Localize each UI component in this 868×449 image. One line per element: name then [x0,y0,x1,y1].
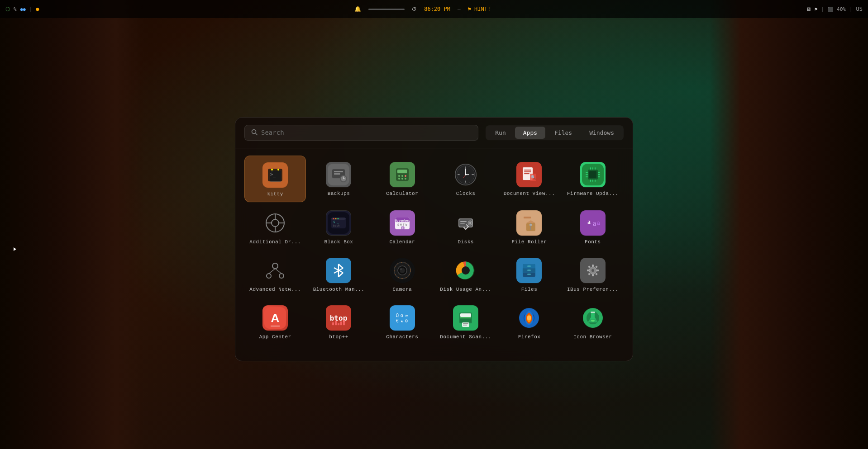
svg-rect-138 [338,323,339,325]
topbar-battery-icon: ⚑ [815,6,818,12]
topbar-icon-3: ●● [20,7,26,12]
svg-text:November: November [395,219,410,222]
app-label-files: Files [521,287,538,293]
topbar-right: 🖥 ⚑ | ⬛ 40% | US [806,6,863,12]
app-icon-firefox [516,305,542,331]
svg-text:W: W [405,223,407,226]
app-icon-disks [453,210,478,236]
app-item-firmware[interactable]: Firmware Upda... [562,156,624,202]
svg-rect-117 [527,265,531,267]
topbar-separator2: — [458,6,461,12]
tab-run[interactable]: Run [487,127,514,139]
svg-rect-136 [332,322,334,325]
app-item-file-roller[interactable]: File Roller [498,204,560,250]
svg-rect-154 [463,323,468,324]
app-icon-calculator [390,162,415,187]
svg-point-161 [591,320,595,321]
svg-text:Ω: Ω [396,313,399,318]
app-item-calculator[interactable]: Calculator [372,156,433,202]
app-item-black-box[interactable]: $ _ bash Black Box [308,204,369,250]
app-item-docview[interactable]: 🔍 Document View... [498,156,560,202]
svg-point-55 [272,219,279,227]
svg-rect-41 [589,171,596,178]
svg-point-31 [465,174,467,175]
app-icon-app-center: A [262,305,288,331]
svg-point-21 [405,178,406,180]
app-item-ibus[interactable]: IBus Preferen... [562,251,624,297]
app-icon-fonts: a a a [580,210,606,236]
svg-point-19 [398,178,400,180]
app-item-icon-browser[interactable]: Icon Browser [562,299,624,345]
app-item-firefox[interactable]: Firefox [498,299,560,345]
topbar-lang[interactable]: US [856,6,863,12]
app-icon-disk-usage [453,258,478,283]
svg-text:a: a [597,220,600,226]
svg-line-97 [275,269,281,274]
svg-text:©: © [405,318,408,323]
svg-text:🔍: 🔍 [531,175,536,180]
app-item-characters[interactable]: Ω α ∞ € ★ © Characters [372,299,433,345]
search-icon [251,129,258,137]
topbar-hint[interactable]: ⚑ HINT! [468,6,491,12]
svg-rect-83 [460,223,465,224]
svg-rect-155 [463,325,467,326]
app-icon-calendar: November S M T W 5 [390,210,415,236]
svg-rect-139 [340,321,342,325]
topbar-battery-percent: 40% [837,6,846,12]
app-item-additional-drivers[interactable]: Additional Dr... [244,204,306,250]
svg-rect-11 [334,173,340,175]
svg-rect-36 [524,173,529,174]
search-input[interactable] [261,129,472,136]
svg-rect-10 [334,171,343,172]
app-item-camera[interactable]: Camera [372,251,433,297]
topbar-extra: ⬛ [828,7,833,12]
svg-point-6 [271,169,273,170]
svg-rect-47 [598,176,600,177]
app-item-kitty[interactable]: ⬛ >_ kitty [244,156,306,202]
app-label-firmware: Firmware Upda... [567,191,619,197]
launcher-header: Run Apps Files Windows [235,118,633,148]
app-icon-firmware [580,162,606,187]
app-item-advanced-network[interactable]: Advanced Netw... [244,251,306,297]
app-item-backups[interactable]: Backups [308,156,369,202]
tab-windows[interactable]: Windows [581,127,622,139]
svg-rect-118 [527,269,531,271]
app-item-disks[interactable]: Disks [435,204,496,250]
svg-rect-51 [590,180,591,182]
topbar-separator3: | [821,6,824,12]
svg-rect-150 [460,313,471,317]
app-label-calculator: Calculator [386,191,418,197]
app-label-firefox: Firefox [518,334,541,340]
app-item-clocks[interactable]: Clocks [435,156,496,202]
app-item-disk-usage[interactable]: Disk Usage An... [435,251,496,297]
svg-rect-85 [524,217,531,218]
svg-rect-34 [524,170,531,170]
svg-rect-45 [598,172,600,173]
app-item-files[interactable]: Files [498,251,560,297]
svg-rect-46 [598,174,600,175]
tab-files[interactable]: Files [546,127,580,139]
svg-rect-15 [397,170,407,173]
topbar-bell: 🔔 [354,6,361,12]
svg-rect-151 [460,318,471,322]
app-label-clocks: Clocks [456,191,476,197]
topbar-progress [368,9,405,10]
svg-rect-137 [335,321,337,325]
svg-rect-82 [460,221,467,222]
app-label-btop: btop++ [329,334,348,340]
app-item-fonts[interactable]: a a a Fonts [562,204,624,250]
search-box[interactable] [244,125,478,141]
app-item-bluetooth[interactable]: Bluetooth Man... [308,251,369,297]
app-item-app-center[interactable]: A App Center [244,299,306,345]
svg-rect-50 [595,167,596,170]
app-item-calendar[interactable]: November S M T W 5 Calendar [372,204,433,250]
tab-apps[interactable]: Apps [515,127,545,139]
svg-point-18 [405,175,406,177]
app-item-btop[interactable]: btop btop++ [308,299,369,345]
app-item-doc-scan[interactable]: Document Scan... [435,299,496,345]
svg-text:bash: bash [333,224,340,227]
topbar-icon-1: ⬡ [5,6,10,12]
svg-point-17 [401,175,403,177]
svg-rect-88 [529,224,532,226]
app-label-camera: Camera [393,287,412,293]
